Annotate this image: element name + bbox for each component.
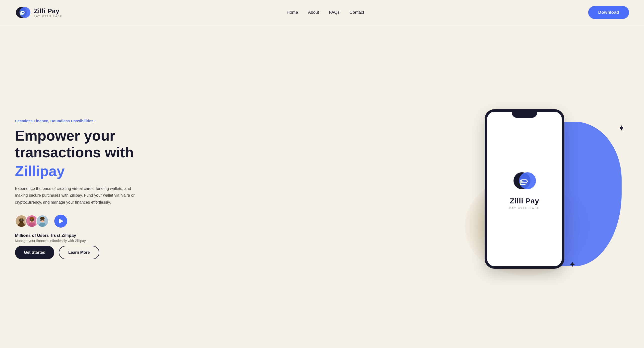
phone-mockup: Zilli Pay Pay With Ease — [484, 109, 564, 269]
play-button[interactable] — [54, 215, 67, 228]
user-trust-row — [15, 215, 144, 228]
logo-tagline: Pay With Ease — [34, 15, 62, 18]
hero-section: Seamless Finance, Boundless Possibilitie… — [0, 25, 644, 348]
nav-faqs[interactable]: FAQs — [329, 10, 340, 15]
header: Zilli Pay Pay With Ease Home About FAQs … — [0, 0, 644, 25]
hero-content-left: Seamless Finance, Boundless Possibilitie… — [15, 119, 144, 259]
sparkle-bottom-icon: ✦ — [569, 260, 575, 269]
phone-screen-content: Zilli Pay Pay With Ease — [509, 168, 540, 210]
trust-subtext: Manage your finances effortlessly with Z… — [15, 239, 144, 243]
main-nav: Home About FAQs Contact — [287, 10, 364, 15]
phone-logo-name: Zilli Pay — [510, 197, 539, 205]
user-avatars — [15, 215, 49, 228]
download-button[interactable]: Download — [588, 6, 629, 19]
hero-cta-row: Get Started Learn More — [15, 246, 144, 259]
hero-title-line1: Empower your — [15, 127, 115, 144]
logo-name: Zilli Pay — [34, 7, 62, 15]
nav-about[interactable]: About — [308, 10, 319, 15]
nav-contact[interactable]: Contact — [350, 10, 364, 15]
svg-point-6 — [20, 221, 24, 223]
play-icon — [59, 219, 64, 224]
trust-text-block: Millions of Users Trust Zillipay Manage … — [15, 233, 144, 243]
sparkle-top-right-icon: ✦ — [618, 124, 624, 132]
phone-notch — [512, 112, 537, 118]
logo-icon — [15, 5, 31, 21]
hero-title-main: Empower your transactions with — [15, 127, 144, 161]
trust-heading: Millions of Users Trust Zillipay — [15, 233, 144, 238]
hero-phone-area: Zilli Pay Pay With Ease ✦ ✦ — [460, 102, 629, 276]
learn-more-button[interactable]: Learn More — [59, 246, 99, 259]
hero-subtitle: Seamless Finance, Boundless Possibilitie… — [15, 119, 144, 123]
svg-point-20 — [40, 217, 44, 220]
logo-area: Zilli Pay Pay With Ease — [15, 5, 62, 21]
hero-title-line2: transactions with — [15, 144, 134, 160]
logo-text: Zilli Pay Pay With Ease — [34, 7, 62, 18]
avatar-3 — [36, 215, 49, 228]
phone-logo-icon — [512, 168, 537, 193]
hero-title-blue: Zillipay — [15, 163, 144, 179]
hero-description: Experience the ease of creating virtual … — [15, 185, 144, 206]
nav-home[interactable]: Home — [287, 10, 298, 15]
phone-logo-tagline: Pay With Ease — [509, 207, 540, 210]
get-started-button[interactable]: Get Started — [15, 246, 54, 259]
